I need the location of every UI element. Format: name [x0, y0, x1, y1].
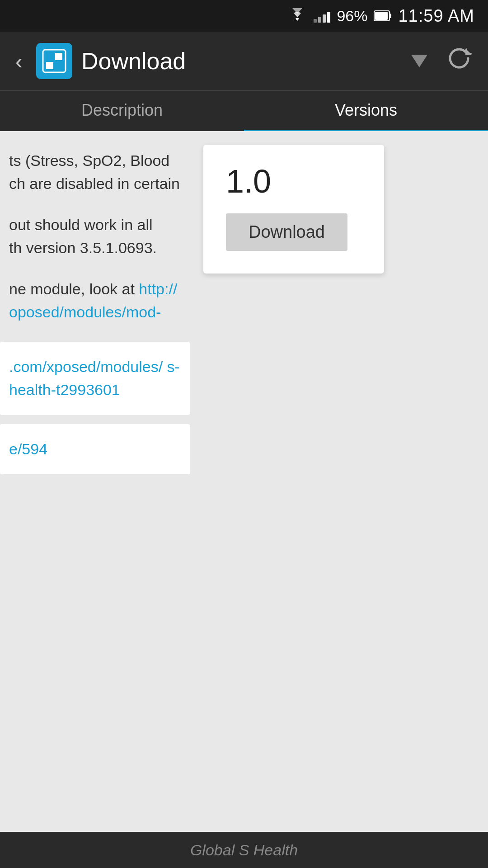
- card-link-2[interactable]: e/594: [9, 440, 47, 458]
- download-button[interactable]: Download: [226, 213, 347, 251]
- svg-rect-6: [46, 62, 53, 69]
- app-icon: [36, 43, 72, 79]
- toolbar: ‹ Download: [0, 32, 488, 90]
- battery-icon: [374, 9, 392, 22]
- signal-icon: [314, 9, 330, 23]
- bottom-bar: Global S Health: [0, 832, 488, 868]
- description-panel: ts (Stress, SpO2, Blood ch are disabled …: [0, 131, 190, 868]
- description-link-1[interactable]: http://: [139, 280, 177, 297]
- status-time: 11:59 AM: [398, 6, 474, 26]
- tab-description[interactable]: Description: [0, 91, 244, 131]
- description-link-2[interactable]: oposed/modules/mod-: [9, 303, 161, 321]
- versions-panel: 1.0 Download: [190, 131, 488, 868]
- content-area: ts (Stress, SpO2, Blood ch are disabled …: [0, 131, 488, 868]
- svg-rect-7: [55, 62, 62, 69]
- back-button[interactable]: ‹: [11, 44, 27, 78]
- version-number: 1.0: [226, 163, 361, 200]
- refresh-button[interactable]: [441, 40, 477, 82]
- svg-rect-1: [375, 12, 388, 20]
- svg-rect-2: [389, 14, 391, 18]
- wifi-icon: [287, 8, 307, 24]
- tab-versions[interactable]: Versions: [244, 91, 488, 131]
- description-text: ts (Stress, SpO2, Blood ch are disabled …: [0, 149, 190, 324]
- status-bar: 96% 11:59 AM: [0, 0, 488, 32]
- bottom-bar-title: Global S Health: [190, 841, 298, 859]
- toolbar-title: Download: [81, 47, 402, 75]
- svg-rect-5: [55, 53, 62, 60]
- svg-rect-4: [46, 53, 53, 60]
- link-card-1: .com/xposed/modules/ s-health-t2993601: [0, 342, 190, 415]
- version-card: 1.0 Download: [203, 145, 384, 274]
- sort-triangle-icon: [411, 55, 427, 67]
- tabs-bar: Description Versions: [0, 90, 488, 131]
- link-card-2: e/594: [0, 424, 190, 474]
- battery-percent: 96%: [337, 7, 367, 25]
- status-icons: 96% 11:59 AM: [287, 6, 474, 26]
- card-link-1[interactable]: .com/xposed/modules/ s-health-t2993601: [9, 358, 180, 398]
